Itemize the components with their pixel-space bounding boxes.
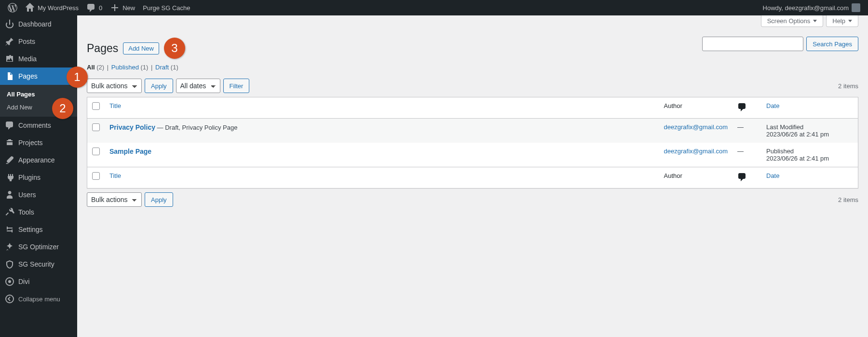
col-title[interactable]: Title (105, 97, 659, 119)
comment-icon (737, 102, 747, 112)
col-comments[interactable] (732, 97, 761, 119)
table-row: Privacy Policy — Draft, Privacy Policy P… (87, 119, 858, 143)
col-author: Author (659, 167, 732, 188)
author-link[interactable]: deezgrafix@gmail.com (664, 123, 728, 131)
divi-icon (5, 277, 14, 286)
col-date[interactable]: Date (761, 167, 858, 188)
table-row: Sample Page deezgrafix@gmail.com — Publi… (87, 143, 858, 167)
plug-icon (5, 173, 14, 182)
avatar (852, 3, 860, 12)
site-link[interactable]: My WordPress (21, 0, 82, 15)
search-input[interactable] (702, 37, 803, 51)
sidebar-item-projects[interactable]: Projects (0, 134, 77, 151)
dashboard-icon (5, 19, 14, 29)
bulk-actions-select[interactable]: Bulk actions (87, 192, 142, 207)
comments-link[interactable]: 0 (82, 0, 106, 15)
filter-draft[interactable]: Draft (1) (155, 64, 178, 71)
howdy-text: Howdy, deezgrafix@gmail.com (763, 4, 849, 12)
svg-point-2 (6, 295, 14, 303)
author-link[interactable]: deezgrafix@gmail.com (664, 148, 728, 155)
items-count: 2 items (838, 82, 858, 90)
wrench-icon (5, 207, 14, 217)
site-name: My WordPress (38, 4, 79, 12)
sidebar-item-divi[interactable]: Divi (0, 273, 77, 290)
sidebar-item-appearance[interactable]: Appearance (0, 151, 77, 169)
user-icon (5, 190, 14, 200)
sidebar-item-media[interactable]: Media (0, 50, 77, 67)
bulk-actions-select[interactable]: Bulk actions (87, 79, 142, 93)
comments-cell: — (732, 119, 761, 143)
page-title-link[interactable]: Sample Page (109, 148, 151, 155)
row-checkbox[interactable] (92, 123, 100, 131)
status-filters: All (2) | Published (1) | Draft (1) (77, 64, 868, 75)
admin-bar: My WordPress 0 New Purge SG Cache Howdy,… (0, 0, 868, 15)
page-title-link[interactable]: Privacy Policy (109, 123, 155, 131)
brush-icon (5, 155, 14, 165)
search-button[interactable] (806, 37, 858, 51)
search-box (702, 37, 858, 51)
col-comments[interactable] (732, 167, 761, 188)
comment-count: 0 (99, 4, 102, 12)
sidebar-item-comments[interactable]: Comments (0, 117, 77, 134)
sidebar-item-pages[interactable]: Pages 1 (0, 67, 77, 85)
plus-icon (110, 3, 120, 13)
account-link[interactable]: Howdy, deezgrafix@gmail.com (759, 0, 864, 15)
apply-button[interactable] (145, 192, 173, 207)
sidebar-item-settings[interactable]: Settings (0, 221, 77, 238)
comment-icon (86, 3, 96, 13)
home-icon (25, 3, 35, 13)
annotation-badge-3: 3 (164, 38, 185, 59)
content-area: Screen Options Help Pages Add New 3 All … (77, 15, 868, 337)
screen-meta: Screen Options Help (761, 15, 858, 27)
comments-cell: — (732, 143, 761, 167)
sidebar-item-users[interactable]: Users (0, 186, 77, 203)
svg-point-1 (8, 280, 11, 283)
screen-options-toggle[interactable]: Screen Options (761, 15, 824, 27)
collapse-menu[interactable]: Collapse menu (0, 290, 77, 308)
pages-table: Title Author Date Privacy Policy — Draft… (87, 97, 858, 189)
rocket-icon (5, 242, 14, 252)
page-title: Pages (87, 42, 118, 55)
wp-logo[interactable] (4, 0, 21, 15)
pages-submenu: All Pages Add New 2 (0, 85, 77, 117)
col-author: Author (659, 97, 732, 119)
page-state: — Draft, Privacy Policy Page (157, 124, 238, 131)
select-all-checkbox[interactable] (92, 102, 100, 110)
tablenav-top: Bulk actions All dates 2 items (77, 75, 868, 97)
help-toggle[interactable]: Help (826, 15, 858, 27)
tablenav-bottom: Bulk actions 2 items (77, 189, 868, 211)
page-icon (5, 71, 14, 81)
filter-button[interactable] (223, 79, 250, 93)
date-cell: Published2023/06/26 at 2:41 pm (761, 143, 858, 167)
new-label: New (122, 4, 135, 12)
dates-select[interactable]: All dates (176, 79, 220, 93)
select-all-checkbox[interactable] (92, 172, 100, 180)
row-checkbox[interactable] (92, 148, 100, 155)
annotation-badge-2: 2 (52, 98, 73, 119)
sidebar-item-plugins[interactable]: Plugins (0, 169, 77, 186)
submenu-add-new[interactable]: Add New 2 (0, 101, 77, 114)
sliders-icon (5, 225, 14, 234)
purge-cache[interactable]: Purge SG Cache (139, 0, 194, 15)
filter-published[interactable]: Published (1) (111, 64, 149, 71)
date-cell: Last Modified2023/06/26 at 2:41 pm (761, 119, 858, 143)
shield-icon (5, 259, 14, 269)
add-new-button[interactable]: Add New (123, 42, 159, 54)
new-link[interactable]: New (106, 0, 139, 15)
items-count: 2 items (838, 196, 858, 203)
sidebar-item-tools[interactable]: Tools (0, 203, 77, 221)
sidebar-item-posts[interactable]: Posts (0, 33, 77, 50)
col-title[interactable]: Title (105, 167, 659, 188)
pin-icon (5, 37, 14, 46)
comments-icon (5, 121, 14, 130)
admin-sidebar: Dashboard Posts Media Pages 1 All Pages … (0, 15, 77, 337)
filter-all[interactable]: All (2) (87, 64, 104, 71)
apply-button[interactable] (145, 79, 173, 93)
col-date[interactable]: Date (761, 97, 858, 119)
annotation-badge-1: 1 (67, 67, 88, 88)
chevron-down-icon (848, 20, 852, 22)
portfolio-icon (5, 138, 14, 148)
sidebar-item-dashboard[interactable]: Dashboard (0, 15, 77, 33)
sidebar-item-sg-security[interactable]: SG Security (0, 256, 77, 273)
sidebar-item-sg-optimizer[interactable]: SG Optimizer (0, 238, 77, 256)
